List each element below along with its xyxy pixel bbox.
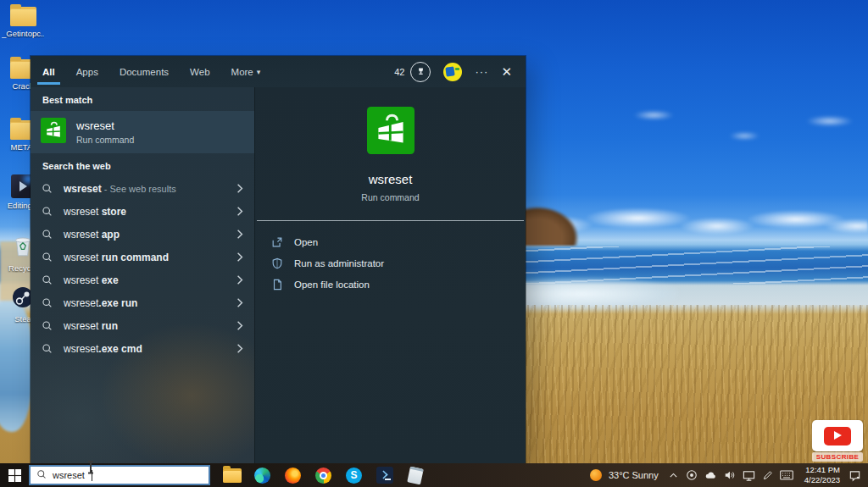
taskbar-app-edge[interactable] — [253, 466, 272, 485]
search-icon — [42, 297, 53, 308]
taskbar-app-powershell[interactable] — [375, 466, 394, 485]
best-match-title: wsreset — [76, 119, 134, 132]
search-web-header: Search the web — [31, 153, 254, 177]
clock-date: 4/22/2023 — [804, 475, 840, 485]
file-location-icon — [271, 279, 283, 291]
search-suggestion[interactable]: wsreset.exe cmd — [31, 337, 254, 360]
subscribe-label: SUBSCRIBE — [812, 452, 863, 462]
volume-icon[interactable] — [724, 469, 736, 481]
chevron-right-icon[interactable] — [236, 343, 243, 354]
open-icon — [271, 236, 283, 248]
tab-documents[interactable]: Documents — [120, 56, 169, 87]
search-panel-body: Best match wsreset Run command Search th… — [31, 87, 526, 463]
tray-icons — [668, 469, 793, 482]
chevron-right-icon[interactable] — [236, 183, 243, 194]
close-icon[interactable]: ✕ — [501, 65, 512, 78]
chevron-right-icon[interactable] — [236, 297, 243, 308]
taskbar-clock[interactable]: 12:41 PM 4/22/2023 — [804, 465, 840, 485]
results-column: Best match wsreset Run command Search th… — [31, 87, 254, 463]
youtube-play-icon[interactable] — [812, 420, 863, 451]
admin-shield-icon — [271, 257, 283, 269]
chevron-right-icon[interactable] — [236, 252, 243, 263]
search-suggestion[interactable]: wsreset run — [31, 314, 254, 337]
preview-actions: OpenRun as administratorOpen file locati… — [255, 231, 526, 295]
search-suggestion[interactable]: wsreset store — [31, 200, 254, 223]
result-preview: wsreset Run command — [255, 87, 526, 202]
windows-search-panel: AllAppsDocumentsWebMore▾ 42 ··· ✕ Best m… — [31, 56, 526, 463]
best-match-header: Best match — [31, 87, 254, 111]
search-input-value: wsreset — [53, 470, 85, 480]
tab-web[interactable]: Web — [190, 56, 209, 87]
best-match-subtitle: Run command — [76, 135, 134, 145]
meet-now-icon[interactable] — [686, 469, 698, 481]
search-suggestion[interactable]: wsreset.exe run — [31, 291, 254, 314]
chevron-right-icon[interactable] — [236, 274, 243, 285]
preview-column: wsreset Run command OpenRun as administr… — [254, 87, 526, 463]
preview-divider — [257, 220, 524, 221]
desktop-icon-label: _Getintopc.... — [2, 29, 44, 38]
display-icon[interactable] — [743, 469, 755, 482]
search-panel-controls: 42 ··· ✕ — [394, 62, 526, 82]
chevron-right-icon[interactable] — [236, 229, 243, 240]
taskbar-app-notepad[interactable] — [405, 466, 425, 485]
search-icon — [42, 229, 53, 240]
taskbar: wsreset 33°C Sunny 12:41 PM 4/22/2023 — [0, 463, 868, 487]
action-center-icon[interactable] — [849, 469, 861, 482]
action-run-as-administrator[interactable]: Run as administrator — [255, 252, 526, 274]
dropdown-arrow-icon: ▾ — [257, 68, 261, 76]
screen: _Getintopc....CrackMETA-Editing vRecycle… — [0, 0, 868, 487]
rewards-indicator[interactable]: 42 — [394, 62, 431, 82]
taskbar-search-box[interactable]: wsreset — [29, 465, 210, 485]
action-label: Open — [294, 237, 318, 247]
search-suggestion[interactable]: wsreset app — [31, 223, 254, 246]
search-icon — [42, 206, 53, 217]
start-button[interactable] — [0, 463, 29, 487]
search-icon — [42, 343, 53, 354]
tab-apps[interactable]: Apps — [76, 56, 98, 87]
chevron-right-icon[interactable] — [236, 320, 243, 331]
search-tabs: AllAppsDocumentsWebMore▾ — [42, 56, 281, 87]
preview-title: wsreset — [255, 172, 526, 186]
search-suggestion[interactable]: wsreset run command — [31, 246, 254, 268]
clouds-decor — [593, 97, 868, 157]
action-label: Open file location — [294, 279, 370, 290]
weather-sun-icon[interactable] — [590, 469, 602, 481]
search-icon — [42, 274, 53, 285]
action-open[interactable]: Open — [255, 231, 526, 252]
subscribe-overlay[interactable]: SUBSCRIBE — [812, 420, 863, 462]
action-label: Run as administrator — [294, 258, 384, 268]
taskbar-apps — [222, 466, 425, 485]
onedrive-cloud-icon[interactable] — [704, 469, 717, 482]
folder-icon — [2, 7, 44, 26]
search-suggestion[interactable]: wsreset - See web results — [31, 177, 254, 200]
windows-ink-pen-icon[interactable] — [762, 470, 773, 481]
weather-widget[interactable]: 33°C Sunny — [609, 470, 659, 480]
taskbar-app-skype[interactable] — [344, 466, 364, 485]
microsoft-store-icon — [367, 107, 415, 158]
rock-decor — [514, 195, 598, 246]
trophy-icon — [410, 62, 431, 82]
desktop-icon-getintopc[interactable]: _Getintopc.... — [2, 7, 44, 38]
taskbar-app-file-explorer[interactable] — [222, 466, 242, 485]
chevron-right-icon[interactable] — [236, 206, 243, 217]
taskbar-app-firefox[interactable] — [283, 466, 303, 485]
touch-keyboard-icon[interactable] — [780, 470, 793, 480]
windows-logo-icon — [8, 469, 21, 482]
tab-more[interactable]: More▾ — [231, 56, 261, 87]
search-icon — [42, 252, 53, 263]
chevron-up-icon[interactable] — [668, 470, 679, 481]
taskbar-app-chrome[interactable] — [314, 466, 333, 485]
account-avatar[interactable] — [443, 63, 462, 81]
search-icon — [42, 183, 53, 194]
system-tray: 33°C Sunny 12:41 PM 4/22/2023 — [590, 465, 868, 485]
best-match-result[interactable]: wsreset Run command — [31, 111, 254, 153]
rewards-count: 42 — [394, 67, 404, 77]
ibeam-cursor — [86, 461, 94, 473]
clock-time: 12:41 PM — [804, 465, 840, 475]
action-open-file-location[interactable]: Open file location — [255, 274, 526, 295]
tab-all[interactable]: All — [42, 56, 55, 87]
options-ellipsis-icon[interactable]: ··· — [475, 65, 488, 78]
suggestion-list: wsreset - See web resultswsreset storews… — [31, 177, 254, 360]
search-suggestion[interactable]: wsreset exe — [31, 268, 254, 291]
preview-subtitle: Run command — [255, 192, 526, 202]
